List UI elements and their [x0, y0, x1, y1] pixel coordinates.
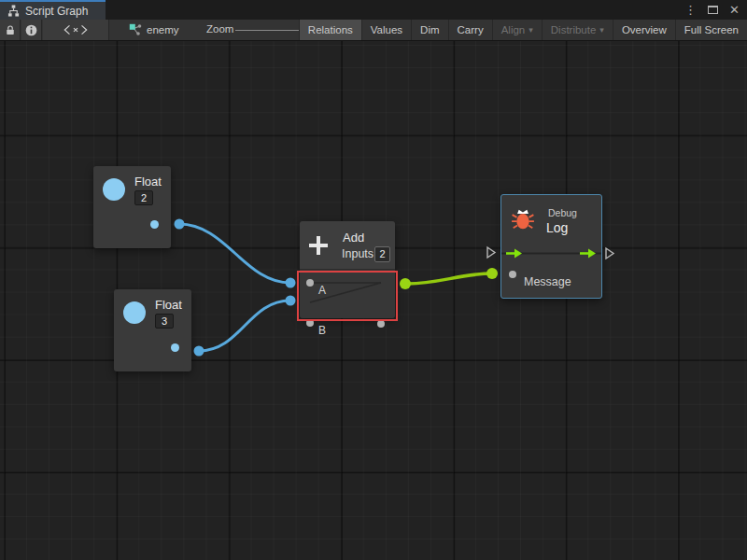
wire-float1-to-add-a	[179, 224, 290, 283]
lock-button[interactable]	[0, 20, 21, 40]
zoom-label: Zoom	[206, 23, 233, 35]
add-node-header: Add Inputs 2	[300, 221, 395, 270]
graph-asset-icon	[129, 23, 142, 36]
plus-icon	[308, 235, 329, 256]
add-inputs-label: Inputs	[342, 247, 374, 260]
graph-breadcrumb[interactable]: enemy	[129, 20, 179, 40]
chevron-down-icon: ▾	[529, 26, 533, 35]
graph-name: enemy	[147, 24, 179, 35]
wire-endpoint-dot	[486, 268, 498, 279]
bug-icon	[511, 207, 535, 231]
debug-message-label: Message	[524, 275, 624, 288]
close-icon[interactable]: ✕	[729, 4, 740, 16]
carry-button[interactable]: Carry	[448, 20, 492, 40]
flow-output-arrow-icon[interactable]	[580, 248, 597, 259]
float-type-icon	[103, 178, 125, 201]
float-node-1[interactable]: Float 2	[93, 166, 171, 248]
lock-icon	[5, 24, 16, 36]
debug-category-label: Debug	[548, 207, 577, 218]
dim-button[interactable]: Dim	[411, 20, 447, 40]
float-type-icon	[123, 301, 146, 324]
wire-endpoint-dot	[175, 219, 185, 230]
float-node-title: Float	[134, 175, 162, 189]
maximize-icon[interactable]	[708, 6, 718, 14]
overview-button[interactable]: Overview	[613, 20, 675, 40]
tab-bar: Script Graph ⋮ ✕	[0, 0, 747, 20]
wire-endpoint-dot	[286, 278, 296, 288]
graph-canvas[interactable]: Float 2 Float 3 Add Inputs 2	[0, 41, 747, 560]
code-brackets-icon	[63, 24, 89, 35]
wire-float2-to-add-b	[199, 301, 290, 351]
window-menu-icon[interactable]: ⋮	[684, 4, 697, 16]
script-graph-icon	[7, 5, 20, 17]
selection-highlight-rect	[297, 271, 398, 321]
info-icon	[25, 24, 37, 36]
code-view-button[interactable]	[43, 20, 109, 40]
values-button[interactable]: Values	[361, 20, 411, 40]
toolbar-button-group: Relations Values Dim Carry Align ▾ Distr…	[299, 20, 747, 40]
distribute-button[interactable]: Distribute ▾	[542, 20, 613, 40]
add-port-b-label: B	[318, 324, 414, 337]
float-output-port[interactable]	[171, 343, 179, 352]
float-output-port[interactable]	[150, 220, 159, 229]
align-button[interactable]: Align ▾	[492, 20, 542, 40]
info-button[interactable]	[21, 20, 42, 40]
graph-toolbar: enemy Zoom 1x Relations Values Dim Carry…	[0, 20, 747, 41]
add-node-title: Add	[343, 231, 364, 245]
float-value-input[interactable]: 3	[155, 314, 174, 329]
flow-exit-triangle-icon	[606, 248, 613, 259]
debug-title-label: Log	[546, 220, 568, 235]
window-controls: ⋮ ✕	[684, 0, 747, 20]
wire-endpoint-dot	[286, 296, 296, 306]
float-value-input[interactable]: 2	[134, 190, 153, 205]
flow-entry-triangle-icon	[487, 247, 495, 258]
tab-script-graph[interactable]: Script Graph	[0, 0, 106, 20]
debug-message-port[interactable]	[509, 271, 516, 278]
script-graph-window: Script Graph ⋮ ✕	[0, 0, 747, 560]
relations-button[interactable]: Relations	[299, 20, 361, 40]
tab-label: Script Graph	[25, 5, 88, 18]
float-node-2[interactable]: Float 3	[114, 289, 191, 371]
full-screen-button[interactable]: Full Screen	[675, 20, 747, 40]
debug-log-node[interactable]: Debug Log Message	[500, 194, 602, 299]
wire-endpoint-dot	[194, 346, 204, 357]
wire-add-to-debug-message	[405, 273, 492, 284]
flow-input-arrow-icon[interactable]	[506, 248, 523, 259]
chevron-down-icon: ▾	[599, 26, 604, 35]
add-output-port[interactable]	[377, 320, 385, 328]
add-inputs-count-input[interactable]: 2	[374, 246, 390, 262]
float-node-title: Float	[155, 298, 182, 312]
